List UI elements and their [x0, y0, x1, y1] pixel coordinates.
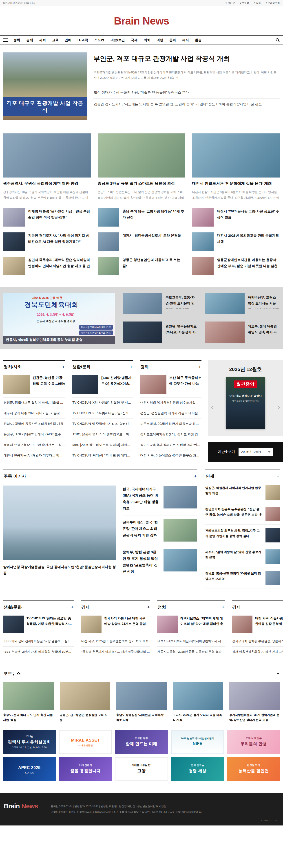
- list-item[interactable]: 제주시, ‘결핵 예방의 날’ 맞아 집중 홍보기간 운영: [205, 546, 280, 567]
- article-title[interactable]: 세종시교육청, ‘2025년 중등 교육과정 운영 결과…: [157, 646, 225, 657]
- list-item[interactable]: 문체부, 방한 관광 3천만 명 조기 달성의 핵심 콘텐츠 ‘글로벌축제’ 신…: [122, 546, 197, 579]
- list-item[interactable]: 대전시 ‘2026 물사랑 그림·사진 공모전’ 수상작 발표: [192, 208, 280, 226]
- article-title[interactable]: 평창군, 정월대보름 달맞이 축제, 겨울철 …: [3, 397, 65, 408]
- section-title[interactable]: 정치/사회: [4, 364, 22, 370]
- nav-it-science[interactable]: IT/과학: [77, 38, 88, 42]
- article-title[interactable]: 대전 서구, 한화이글스 40주년 불꽃쇼 와…: [140, 450, 202, 461]
- nav-assembly[interactable]: 의회: [144, 38, 150, 42]
- focus-main-article[interactable]: 방위사업청 국방기술품질원, 국산 공대지유도탄 ‘천검’ 품질인증사격시험 성…: [3, 486, 116, 579]
- section-title[interactable]: 생활/문화: [72, 364, 91, 370]
- hero-headline[interactable]: 부안군, 격포 대규모 관광개발 사업 착공식 개최: [94, 54, 280, 63]
- hamburger-icon[interactable]: [3, 38, 8, 42]
- section-title[interactable]: 경제: [140, 364, 149, 370]
- article-title[interactable]: 경기국방벤처센터, 38개 협약기업과 협력, 방위산업 생태계 본격 가동: [229, 713, 280, 723]
- article-title[interactable]: 강서 마음건강친화학교, 정신 건강 고위험군 833…: [232, 646, 283, 657]
- list-item[interactable]: 대전시 ‘첨단국방산업도시’ 도약 본격화: [98, 232, 185, 251]
- hero-sub-headline[interactable]: 김동연 경기도지사, “지도에는 있지만 쓸 수 없었던 땅, 도민께 돌려드리…: [94, 98, 280, 110]
- nav-sports[interactable]: 스포츠: [94, 38, 104, 42]
- edit-info-link[interactable]: 정보수정: [237, 1, 249, 5]
- article-image[interactable]: [229, 682, 280, 710]
- section-title[interactable]: 포토뉴스: [4, 671, 21, 677]
- nav-environment[interactable]: 환경: [195, 38, 202, 42]
- article-image[interactable]: [3, 682, 54, 710]
- search-icon[interactable]: [276, 38, 280, 42]
- more-icon[interactable]: +: [130, 365, 133, 369]
- article-title[interactable]: 충남도 1만㎡ 규모 딸기 스마트팜 육묘장 조성: [98, 181, 185, 187]
- list-item[interactable]: 전라남도의회 최무경 의원, 죽림1지구 고가 분양·기반시설 공백 강력 질타: [205, 525, 280, 546]
- ad-banner[interactable]: 미래 인재의 꿈을 응원합니다: [59, 757, 112, 781]
- section-title[interactable]: 경제: [81, 604, 90, 610]
- list-item[interactable]: 김민석 국무총리, 패트릭 존슨 일라이릴리앤컴퍼니 인터내셔널사업 총괄 대표…: [3, 257, 91, 275]
- article-title[interactable]: [SBS 런닝맨] 2년여 만에 ‘타짜협회’ 부활에 10분…: [3, 646, 74, 657]
- article-image[interactable]: [173, 682, 223, 710]
- article-title[interactable]: 대전시 인공지능(AI) 개발자 키우다… 행…: [3, 450, 65, 461]
- article-title[interactable]: 태백시-태백시복지재단-태백시여성친화도시 시…: [157, 636, 225, 646]
- ad-banner[interactable]: 오래 보고 싶은 우리들의 안녕: [227, 730, 280, 754]
- article-title[interactable]: TV CHOSUN ‘X의 사생활’, 강렬한 첫 티…: [72, 397, 133, 408]
- article-title[interactable]: TV CHOSUN [닥터신] “‘피비 표 청 메디…: [72, 450, 133, 461]
- ad-banner[interactable]: APEC 2025 KOREA: [3, 757, 56, 781]
- list-item[interactable]: 전북투어패스, 중국 ‘한유망’ 판매 제휴... 외래 관광객 유치 기반 강…: [122, 516, 197, 546]
- list-item[interactable]: 한국, 국제에너지기구(IEA) 국제공조 동참 비축유 2,246만 배럴 방…: [122, 486, 197, 516]
- more-icon[interactable]: +: [71, 605, 74, 610]
- article-title[interactable]: 충청도, 전국 최대 규모 단지·축산 시범 사업 ‘흥월’: [3, 713, 54, 723]
- article-title[interactable]: 전남도, 광양에 공공산후조리원 6호점 개원: [3, 418, 65, 429]
- article-image[interactable]: [60, 682, 110, 710]
- article-title[interactable]: TV CHOSUN 새 주말미니시리즈 ‘닥터신’…: [72, 418, 133, 429]
- nav-entertainment[interactable]: 연예: [65, 38, 71, 42]
- list-item[interactable]: 해양수산부, 프랑스 명장 요리사들 서울로… K-수산식품 알린다: [205, 293, 280, 315]
- nav-health[interactable]: 의료/보건: [110, 38, 125, 42]
- article-image[interactable]: [98, 133, 185, 178]
- nav-society[interactable]: 사회: [39, 38, 46, 42]
- list-item[interactable]: 경남도, 홍콩·선전 관광객 ‘K-봄꽃 보러 경남으로 오세요’: [205, 567, 280, 589]
- more-icon[interactable]: +: [62, 365, 65, 369]
- article-title[interactable]: 충남도 중증질환 ‘지역완결 의료체계’ 최초 시행: [116, 713, 167, 723]
- ad-banner[interactable]: 2025 남도국제미식산업박람회 NIFE: [171, 730, 224, 754]
- nav-politics[interactable]: 정치: [13, 38, 20, 42]
- featured-article[interactable]: TV CHOSUN ‘금타는 금요일’ 美 청룡담, 이정 소환한 폭발적 샤…: [3, 613, 74, 636]
- list-item[interactable]: 전남도의회 김문수 농수위원장, “전남·광주 통합, 농어촌 소외 막을 ‘생…: [205, 503, 280, 525]
- article-title[interactable]: 대전 서구, 2025년 아동위원협의회 정기 회의 개최: [81, 636, 150, 646]
- nav-travel[interactable]: 여행: [156, 38, 163, 42]
- article-title[interactable]: 구리시, 2026년 물가 모니터 요원 위촉식 개최: [173, 713, 223, 723]
- article-title[interactable]: [SBS 아니 근데 진짜!] 이용진 “나랑 결혼하고 싶어…: [3, 636, 74, 646]
- list-item[interactable]: 원안위, 연구용원자로(하나로) 자동정지 사건조사 착수: [122, 321, 198, 344]
- article-title[interactable]: JTBC, 올림픽 열기 이어 월드컵으로... 북…: [72, 429, 133, 440]
- list-item[interactable]: 외교부, 칠레 대통령 취임식 경축 특사 파견: [205, 321, 280, 344]
- article-title[interactable]: 정용래 유성구청장 “초고압 송전선로 도심…: [3, 440, 65, 450]
- article-image[interactable]: [3, 133, 91, 178]
- section-title[interactable]: 생활/문화: [4, 604, 22, 610]
- article-image[interactable]: [192, 133, 280, 178]
- ad-banner[interactable]: 2025년 평택시 투자유치설명회 2025. 10. 22.(수) | 14:…: [3, 730, 56, 754]
- archive-select[interactable]: 2025년 12월호: [239, 448, 273, 456]
- chevron-right-icon[interactable]: ›: [278, 403, 280, 411]
- article-title[interactable]: MBC [2026 월드 베이스볼 클래식] 대한…: [72, 440, 133, 450]
- article-title[interactable]: 강서구의회 김회동 부위원장, 생활폐기물 대행사…: [232, 636, 283, 646]
- featured-article[interactable]: 태백시보건소, ‘제38회 세계 에이즈의 날’ 맞아 예방 캠페인 추진: [157, 613, 225, 636]
- list-item[interactable]: 김동연 경기도지사, “사람 중심 피지컬 AI 비전으로 AI 강국 실현 앞…: [3, 232, 91, 251]
- ad-banner[interactable]: MIRAE ASSET 미래에셋증권: [59, 730, 112, 754]
- section-title[interactable]: 정치: [157, 604, 166, 610]
- footer-logo[interactable]: Brain News: [4, 802, 38, 810]
- nav-economy[interactable]: 경제: [26, 38, 33, 42]
- more-icon[interactable]: +: [198, 365, 201, 369]
- magazine-cover[interactable]: 월간중앙 ‘전라남도 행복시대’ 열렸다 AI 인프라에 2조5000억원 투자: [226, 377, 265, 429]
- nav-education[interactable]: 교육: [52, 38, 59, 42]
- site-logo[interactable]: Brain News: [114, 15, 169, 27]
- hero-image[interactable]: 격포 대규모 관광개발 사업 착공식: [3, 53, 87, 120]
- article-title[interactable]: 광주광역시, 우원식 국회의장 개헌 제안 환영: [3, 181, 91, 187]
- list-item[interactable]: 국토교통부, 교통·환경·안전 도시문제 인공지능으로 해결 … 스마트도시 조…: [122, 293, 198, 315]
- article-title[interactable]: 평창군 ‘평창올림픽 레거시 라운드 테이블…: [140, 408, 202, 418]
- order-tracking-link[interactable]: 주문배송조회: [263, 1, 280, 5]
- featured-article[interactable]: 대전 서구, 이웃사랑 가득 담은 한마음 김장 문화제 개최: [232, 613, 283, 636]
- more-icon[interactable]: +: [277, 671, 279, 676]
- section-title[interactable]: 연재: [206, 473, 214, 479]
- list-item[interactable]: 이재명 대통령 ‘물가안정 시급…민생 부담 줄일 정책 적극 발굴·집행’: [3, 208, 91, 226]
- event-poster[interactable]: 제64회 2026 안동·예천 경북도민체육대회 2026. 4. 3.(금) …: [3, 293, 115, 344]
- ad-banner[interactable]: 김장철 맞이 농특산물 할인전: [227, 757, 280, 781]
- logout-link[interactable]: 로그아웃: [225, 1, 235, 5]
- chevron-left-icon[interactable]: ‹: [211, 403, 213, 411]
- more-icon[interactable]: +: [277, 474, 279, 478]
- ad-banner[interactable]: 따뜻한 동행 함께 만드는 미래: [115, 730, 168, 754]
- list-item[interactable]: 대전시 2026년 옥외광고물 관리 종합계획 시행: [192, 232, 280, 251]
